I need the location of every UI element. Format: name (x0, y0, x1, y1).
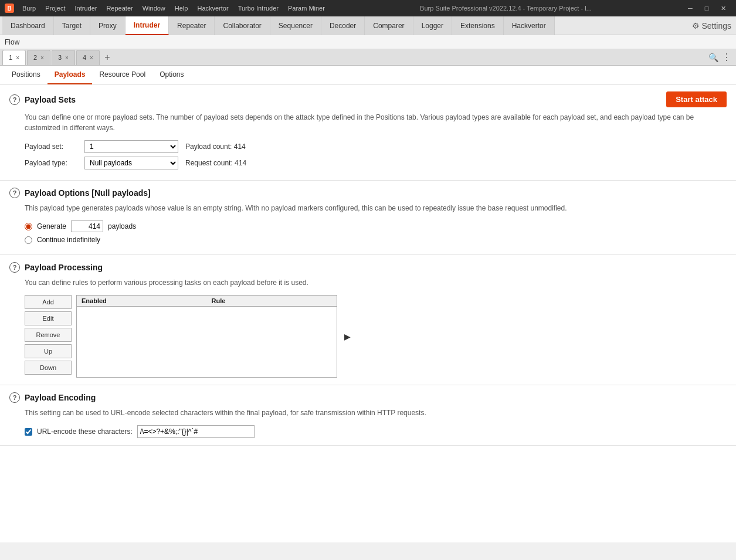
maximize-button[interactable]: □ (698, 0, 715, 16)
nav-decoder[interactable]: Decoder (321, 16, 365, 35)
menu-intruder[interactable]: Intruder (70, 0, 102, 16)
attack-tab-label-4: 4 (83, 54, 86, 61)
attack-tab-4[interactable]: 4 × (76, 50, 100, 65)
nav-intruder[interactable]: Intruder (126, 16, 169, 35)
continue-label: Continue indefinitely (37, 236, 100, 244)
payload-encoding-help-icon[interactable]: ? (9, 392, 20, 403)
continue-radio[interactable] (25, 236, 32, 244)
flow-label: Flow (5, 38, 19, 46)
payload-encoding-section: ? Payload Encoding This setting can be u… (0, 385, 736, 446)
nav-sequencer[interactable]: Sequencer (270, 16, 321, 35)
processing-buttons: Add Edit Remove Up Down (25, 295, 72, 378)
nav-hackvertor[interactable]: Hackvertor (504, 16, 555, 35)
payload-sets-title: Payload Sets (25, 95, 76, 104)
payload-options-help-icon[interactable]: ? (9, 188, 20, 198)
payload-options-description: This payload type generates payloads who… (25, 203, 727, 213)
nav-proxy[interactable]: Proxy (90, 16, 126, 35)
titlebar: B Burp Project Intruder Repeater Window … (0, 0, 736, 16)
start-attack-button[interactable]: Start attack (666, 91, 727, 107)
encoding-row: URL-encode these characters: (25, 425, 727, 438)
url-encode-checkbox[interactable] (25, 428, 32, 436)
window-title: Burp Suite Professional v2022.12.4 - Tem… (330, 5, 682, 12)
nav-target[interactable]: Target (54, 16, 90, 35)
nav-right: ⚙ Settings (692, 21, 736, 30)
more-options-icon[interactable]: ⋮ (722, 52, 731, 63)
minimize-button[interactable]: ─ (682, 0, 698, 16)
menu-hackvertor[interactable]: Hackvertor (192, 0, 233, 16)
processing-area: Add Edit Remove Up Down Enabled Rule (25, 295, 727, 378)
add-rule-button[interactable]: Add (25, 295, 72, 309)
flow-bar: Flow (0, 35, 736, 49)
nav-comparer[interactable]: Comparer (365, 16, 413, 35)
payload-processing-title: Payload Processing (25, 263, 103, 272)
generate-count-input[interactable] (71, 220, 103, 232)
payload-sets-header: ? Payload Sets Start attack (9, 91, 727, 107)
menu-help[interactable]: Help (170, 0, 193, 16)
payload-sets-help-icon[interactable]: ? (9, 94, 20, 105)
payload-processing-header: ? Payload Processing (9, 262, 727, 273)
burp-icon: B (5, 4, 14, 13)
menu-param-miner[interactable]: Param Miner (283, 0, 330, 16)
payload-processing-help-icon[interactable]: ? (9, 262, 20, 273)
nav-collaborator[interactable]: Collaborator (215, 16, 270, 35)
payload-options-section: ? Payload Options [Null payloads] This p… (0, 181, 736, 255)
search-icon[interactable]: 🔍 (708, 53, 718, 62)
attack-tab-label-2: 2 (33, 54, 37, 61)
window-controls[interactable]: ─ □ ✕ (682, 0, 731, 16)
payload-set-label: Payload set: (25, 142, 77, 151)
payload-count-label: Payload count: 414 (185, 142, 246, 151)
nav-repeater[interactable]: Repeater (169, 16, 215, 35)
payload-set-row: Payload set: 1 2 3 Payload count: 414 (25, 140, 727, 153)
payload-encoding-title: Payload Encoding (25, 393, 96, 402)
continue-radio-row: Continue indefinitely (25, 236, 727, 244)
attack-tab-close-2[interactable]: × (40, 55, 44, 61)
payload-encoding-description: This setting can be used to URL-encode s… (25, 408, 727, 418)
attack-tab-close-4[interactable]: × (90, 55, 93, 61)
menu-project[interactable]: Project (40, 0, 70, 16)
menu-repeater[interactable]: Repeater (101, 0, 137, 16)
menu-turbo-intruder[interactable]: Turbo Intruder (233, 0, 283, 16)
attack-tab-label-3: 3 (58, 54, 62, 61)
nav-extensions[interactable]: Extensions (452, 16, 504, 35)
expand-arrow-area: ▶ (344, 295, 351, 378)
processing-table-wrapper: Enabled Rule (76, 295, 337, 378)
url-encode-chars-input[interactable] (137, 425, 255, 438)
payload-set-select[interactable]: 1 2 3 (84, 140, 178, 153)
subtab-payloads[interactable]: Payloads (48, 66, 93, 84)
generate-label: Generate (37, 222, 66, 230)
attack-tab-close-3[interactable]: × (65, 55, 69, 61)
close-button[interactable]: ✕ (715, 0, 731, 16)
request-count-label: Request count: 414 (185, 159, 246, 167)
payload-processing-description: You can define rules to perform various … (25, 277, 727, 288)
main-nav: Dashboard Target Proxy Intruder Repeater… (0, 16, 736, 35)
move-down-button[interactable]: Down (25, 361, 72, 375)
url-encode-label: URL-encode these characters: (37, 427, 133, 436)
attack-tab-close-1[interactable]: × (16, 55, 19, 61)
nav-dashboard[interactable]: Dashboard (2, 16, 54, 35)
attack-tab-1[interactable]: 1 × (2, 50, 26, 65)
remove-rule-button[interactable]: Remove (25, 328, 72, 342)
payload-type-select[interactable]: Null payloads Simple list Runtime file C… (84, 157, 178, 169)
subtab-positions[interactable]: Positions (5, 66, 48, 84)
payloads-label: payloads (108, 222, 136, 230)
titlebar-menu[interactable]: Burp Project Intruder Repeater Window He… (18, 0, 330, 16)
attack-tab-3[interactable]: 3 × (52, 50, 75, 65)
generate-radio[interactable] (25, 223, 32, 230)
rule-column-header: Rule (207, 296, 337, 307)
nav-logger[interactable]: Logger (413, 16, 452, 35)
move-up-button[interactable]: Up (25, 344, 72, 358)
edit-rule-button[interactable]: Edit (25, 311, 72, 325)
menu-burp[interactable]: Burp (18, 0, 40, 16)
processing-rules-body (77, 307, 337, 377)
settings-button[interactable]: ⚙ Settings (692, 21, 731, 30)
subtab-options[interactable]: Options (152, 66, 191, 84)
menu-window[interactable]: Window (138, 0, 170, 16)
expand-arrow-icon[interactable]: ▶ (344, 332, 351, 341)
generate-radio-row: Generate payloads (25, 220, 727, 232)
payload-options-title: Payload Options [Null payloads] (25, 188, 151, 198)
subtab-resource-pool[interactable]: Resource Pool (92, 66, 152, 84)
payload-sets-description: You can define one or more payload sets.… (25, 112, 727, 133)
payload-sets-section: ? Payload Sets Start attack You can defi… (0, 84, 736, 181)
attack-tab-2[interactable]: 2 × (27, 50, 50, 65)
add-attack-tab-button[interactable]: + (101, 51, 114, 64)
